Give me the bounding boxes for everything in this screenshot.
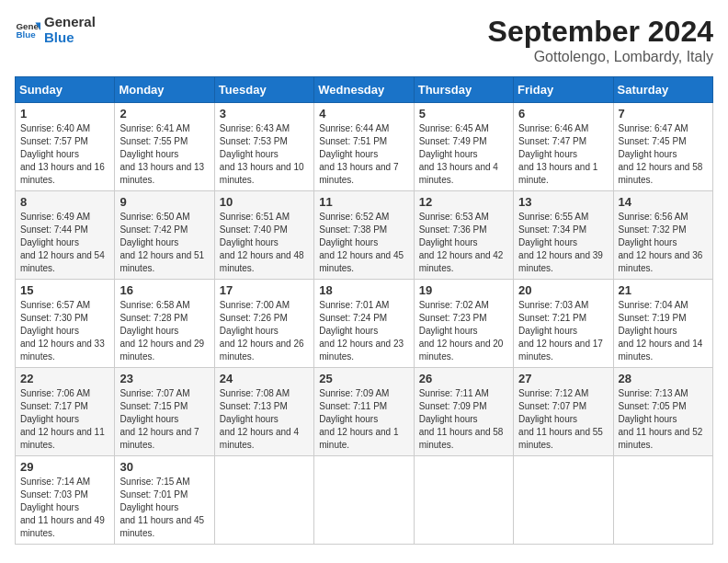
calendar-cell: 6 Sunrise: 6:46 AM Sunset: 7:47 PM Dayli… — [514, 103, 613, 191]
calendar-cell: 30 Sunrise: 7:15 AM Sunset: 7:01 PM Dayl… — [115, 456, 214, 545]
day-number: 3 — [220, 107, 309, 121]
calendar-cell: 3 Sunrise: 6:43 AM Sunset: 7:53 PM Dayli… — [214, 103, 313, 191]
calendar-cell: 15 Sunrise: 6:57 AM Sunset: 7:30 PM Dayl… — [16, 280, 115, 368]
day-info: Sunrise: 6:56 AM Sunset: 7:32 PM Dayligh… — [619, 211, 708, 275]
day-info: Sunrise: 7:13 AM Sunset: 7:05 PM Dayligh… — [619, 387, 708, 452]
calendar-cell: 9 Sunrise: 6:50 AM Sunset: 7:42 PM Dayli… — [115, 191, 214, 280]
logo-blue: Blue — [44, 30, 96, 46]
day-info: Sunrise: 7:09 AM Sunset: 7:11 PM Dayligh… — [319, 387, 408, 452]
day-number: 10 — [220, 195, 309, 209]
calendar-cell: 26 Sunrise: 7:11 AM Sunset: 7:09 PM Dayl… — [414, 368, 513, 456]
calendar-cell: 19 Sunrise: 7:02 AM Sunset: 7:23 PM Dayl… — [414, 280, 513, 368]
day-number: 21 — [619, 283, 708, 297]
day-number: 28 — [619, 372, 708, 385]
calendar-cell — [414, 456, 513, 545]
calendar-week-1: 1 Sunrise: 6:40 AM Sunset: 7:57 PM Dayli… — [16, 103, 713, 191]
day-info: Sunrise: 7:00 AM Sunset: 7:26 PM Dayligh… — [220, 299, 309, 363]
logo-general: General — [44, 15, 96, 30]
header-thursday: Thursday — [414, 77, 513, 103]
day-info: Sunrise: 7:07 AM Sunset: 7:15 PM Dayligh… — [119, 387, 209, 452]
day-number: 29 — [20, 460, 109, 474]
calendar-week-2: 8 Sunrise: 6:49 AM Sunset: 7:44 PM Dayli… — [16, 191, 713, 280]
calendar-cell: 25 Sunrise: 7:09 AM Sunset: 7:11 PM Dayl… — [314, 368, 414, 456]
calendar-cell: 12 Sunrise: 6:53 AM Sunset: 7:36 PM Dayl… — [414, 191, 513, 280]
calendar-cell: 23 Sunrise: 7:07 AM Sunset: 7:15 PM Dayl… — [115, 368, 214, 456]
day-number: 18 — [319, 283, 408, 297]
calendar-cell: 18 Sunrise: 7:01 AM Sunset: 7:24 PM Dayl… — [314, 280, 414, 368]
day-number: 22 — [20, 372, 109, 385]
day-number: 26 — [419, 372, 508, 385]
calendar-cell — [214, 456, 313, 545]
calendar-cell: 16 Sunrise: 6:58 AM Sunset: 7:28 PM Dayl… — [115, 280, 214, 368]
day-info: Sunrise: 7:14 AM Sunset: 7:03 PM Dayligh… — [20, 476, 109, 540]
day-number: 27 — [518, 372, 608, 385]
calendar-cell: 11 Sunrise: 6:52 AM Sunset: 7:38 PM Dayl… — [314, 191, 414, 280]
day-number: 23 — [119, 372, 209, 385]
day-number: 9 — [119, 195, 209, 209]
day-number: 8 — [20, 195, 109, 209]
calendar-cell: 1 Sunrise: 6:40 AM Sunset: 7:57 PM Dayli… — [16, 103, 115, 191]
day-info: Sunrise: 6:43 AM Sunset: 7:53 PM Dayligh… — [220, 122, 309, 187]
calendar-cell: 14 Sunrise: 6:56 AM Sunset: 7:32 PM Dayl… — [613, 191, 712, 280]
day-info: Sunrise: 6:44 AM Sunset: 7:51 PM Dayligh… — [319, 122, 408, 187]
day-info: Sunrise: 7:02 AM Sunset: 7:23 PM Dayligh… — [419, 299, 508, 363]
calendar-week-4: 22 Sunrise: 7:06 AM Sunset: 7:17 PM Dayl… — [16, 368, 713, 456]
day-number: 6 — [518, 107, 608, 121]
day-info: Sunrise: 6:46 AM Sunset: 7:47 PM Dayligh… — [518, 122, 608, 187]
day-number: 24 — [220, 372, 309, 385]
calendar-cell: 29 Sunrise: 7:14 AM Sunset: 7:03 PM Dayl… — [16, 456, 115, 545]
day-info: Sunrise: 6:47 AM Sunset: 7:45 PM Dayligh… — [619, 122, 708, 187]
calendar-cell: 2 Sunrise: 6:41 AM Sunset: 7:55 PM Dayli… — [115, 103, 214, 191]
day-number: 11 — [319, 195, 408, 209]
day-info: Sunrise: 6:51 AM Sunset: 7:40 PM Dayligh… — [220, 211, 309, 275]
header-saturday: Saturday — [613, 77, 712, 103]
day-number: 15 — [20, 283, 109, 297]
day-number: 17 — [220, 283, 309, 297]
page-header: General Blue General Blue September 2024… — [15, 15, 713, 65]
calendar-cell — [613, 456, 712, 545]
calendar-cell: 7 Sunrise: 6:47 AM Sunset: 7:45 PM Dayli… — [613, 103, 712, 191]
day-info: Sunrise: 6:50 AM Sunset: 7:42 PM Dayligh… — [119, 211, 209, 275]
header-tuesday: Tuesday — [214, 77, 313, 103]
day-info: Sunrise: 7:04 AM Sunset: 7:19 PM Dayligh… — [619, 299, 708, 363]
logo-icon: General Blue — [15, 17, 40, 43]
day-info: Sunrise: 7:08 AM Sunset: 7:13 PM Dayligh… — [220, 387, 309, 452]
calendar-cell: 4 Sunrise: 6:44 AM Sunset: 7:51 PM Dayli… — [314, 103, 414, 191]
day-info: Sunrise: 6:41 AM Sunset: 7:55 PM Dayligh… — [119, 122, 209, 187]
calendar-table: SundayMondayTuesdayWednesdayThursdayFrid… — [15, 76, 713, 545]
day-info: Sunrise: 6:52 AM Sunset: 7:38 PM Dayligh… — [319, 211, 408, 275]
day-info: Sunrise: 7:12 AM Sunset: 7:07 PM Dayligh… — [518, 387, 608, 452]
calendar-cell: 13 Sunrise: 6:55 AM Sunset: 7:34 PM Dayl… — [514, 191, 613, 280]
day-info: Sunrise: 7:15 AM Sunset: 7:01 PM Dayligh… — [119, 476, 209, 540]
header-sunday: Sunday — [16, 77, 115, 103]
day-number: 14 — [619, 195, 708, 209]
day-number: 25 — [319, 372, 408, 385]
day-info: Sunrise: 6:58 AM Sunset: 7:28 PM Dayligh… — [119, 299, 209, 363]
day-number: 12 — [419, 195, 508, 209]
day-info: Sunrise: 6:55 AM Sunset: 7:34 PM Dayligh… — [518, 211, 608, 275]
calendar-cell — [314, 456, 414, 545]
day-number: 7 — [619, 107, 708, 121]
calendar-week-3: 15 Sunrise: 6:57 AM Sunset: 7:30 PM Dayl… — [16, 280, 713, 368]
page-subtitle: Gottolengo, Lombardy, Italy — [488, 49, 713, 65]
calendar-cell: 20 Sunrise: 7:03 AM Sunset: 7:21 PM Dayl… — [514, 280, 613, 368]
calendar-header-row: SundayMondayTuesdayWednesdayThursdayFrid… — [16, 77, 713, 103]
day-info: Sunrise: 6:57 AM Sunset: 7:30 PM Dayligh… — [20, 299, 109, 363]
calendar-cell: 21 Sunrise: 7:04 AM Sunset: 7:19 PM Dayl… — [613, 280, 712, 368]
calendar-cell: 5 Sunrise: 6:45 AM Sunset: 7:49 PM Dayli… — [414, 103, 513, 191]
svg-text:Blue: Blue — [16, 29, 36, 40]
calendar-cell: 28 Sunrise: 7:13 AM Sunset: 7:05 PM Dayl… — [613, 368, 712, 456]
day-number: 30 — [119, 460, 209, 474]
page-title: September 2024 — [488, 15, 713, 49]
calendar-cell: 10 Sunrise: 6:51 AM Sunset: 7:40 PM Dayl… — [214, 191, 313, 280]
calendar-cell: 17 Sunrise: 7:00 AM Sunset: 7:26 PM Dayl… — [214, 280, 313, 368]
header-friday: Friday — [514, 77, 613, 103]
day-number: 1 — [20, 107, 109, 121]
day-info: Sunrise: 6:45 AM Sunset: 7:49 PM Dayligh… — [419, 122, 508, 187]
calendar-cell: 27 Sunrise: 7:12 AM Sunset: 7:07 PM Dayl… — [514, 368, 613, 456]
day-info: Sunrise: 7:06 AM Sunset: 7:17 PM Dayligh… — [20, 387, 109, 452]
day-number: 19 — [419, 283, 508, 297]
day-number: 4 — [319, 107, 408, 121]
day-number: 13 — [518, 195, 608, 209]
day-info: Sunrise: 7:03 AM Sunset: 7:21 PM Dayligh… — [518, 299, 608, 363]
